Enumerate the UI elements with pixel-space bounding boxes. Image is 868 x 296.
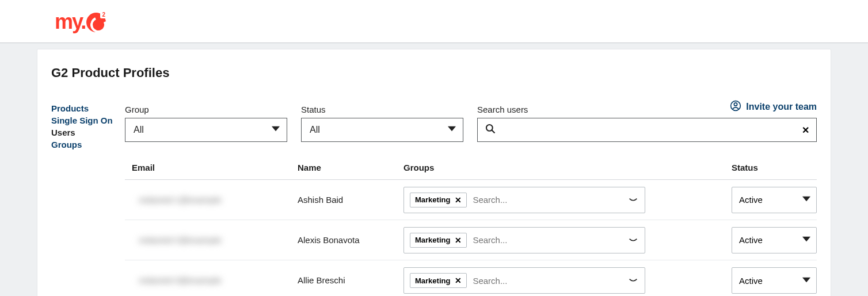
invite-team-link[interactable]: Invite your team bbox=[730, 100, 817, 114]
page-title: G2 Product Profiles bbox=[51, 66, 817, 80]
logo-text: my. bbox=[55, 10, 85, 34]
status-value: Active bbox=[739, 235, 763, 245]
status-filter: Status All bbox=[301, 105, 463, 142]
group-filter: Group All bbox=[125, 105, 287, 142]
group-filter-value: All bbox=[134, 125, 144, 135]
groups-tag-input[interactable]: Marketing ✕ bbox=[403, 187, 645, 213]
group-filter-select[interactable]: All bbox=[125, 118, 287, 142]
groups-tag-input[interactable]: Marketing ✕ bbox=[403, 227, 645, 253]
svg-point-2 bbox=[486, 125, 493, 131]
remove-tag-icon[interactable]: ✕ bbox=[455, 195, 462, 205]
groups-search-input[interactable] bbox=[473, 276, 639, 286]
status-select[interactable]: Active bbox=[732, 267, 817, 294]
status-value: Active bbox=[739, 195, 763, 205]
logo-g2-icon bbox=[86, 9, 106, 31]
logo[interactable]: my. bbox=[55, 9, 106, 34]
chevron-down-icon[interactable] bbox=[629, 235, 638, 245]
status-value: Active bbox=[739, 276, 763, 286]
status-filter-select[interactable]: All bbox=[301, 118, 463, 142]
page: G2 Product Profiles Products Single Sign… bbox=[0, 49, 868, 296]
group-filter-label: Group bbox=[125, 105, 287, 114]
caret-down-icon bbox=[448, 125, 456, 135]
chevron-down-icon[interactable] bbox=[629, 275, 638, 286]
group-tag: Marketing ✕ bbox=[410, 193, 467, 207]
sidebar-item-single-sign-on[interactable]: Single Sign On bbox=[51, 114, 125, 126]
caret-down-icon bbox=[802, 235, 810, 245]
main-panel: Invite your team Group All Status bbox=[125, 102, 817, 296]
cell-email: redacted-1@example bbox=[132, 195, 222, 205]
sidebar-nav: Products Single Sign On Users Groups bbox=[51, 102, 125, 296]
group-tag-label: Marketing bbox=[415, 195, 450, 204]
th-groups: Groups bbox=[403, 163, 732, 172]
status-filter-label: Status bbox=[301, 105, 463, 114]
cell-email: redacted-3@example bbox=[132, 275, 222, 285]
search-users-input[interactable] bbox=[502, 125, 809, 135]
svg-line-3 bbox=[492, 130, 495, 133]
status-filter-value: All bbox=[310, 125, 320, 135]
groups-search-input[interactable] bbox=[473, 195, 639, 205]
cell-name: Ashish Baid bbox=[298, 195, 343, 205]
group-tag-label: Marketing bbox=[415, 276, 450, 285]
table-row: redacted-1@example Ashish Baid Marketing… bbox=[125, 180, 817, 220]
table-row: redacted-2@example Alexis Bonavota Marke… bbox=[125, 220, 817, 260]
group-tag: Marketing ✕ bbox=[410, 233, 467, 248]
search-users-input-wrapper[interactable]: ✕ bbox=[477, 118, 817, 142]
cell-email: redacted-2@example bbox=[132, 235, 222, 245]
sidebar-item-groups[interactable]: Groups bbox=[51, 139, 125, 151]
remove-tag-icon[interactable]: ✕ bbox=[455, 236, 462, 245]
th-email: Email bbox=[125, 163, 298, 172]
user-circle-icon bbox=[730, 100, 741, 114]
groups-tag-input[interactable]: Marketing ✕ bbox=[403, 267, 645, 294]
top-bar: my. bbox=[0, 0, 868, 43]
status-select[interactable]: Active bbox=[732, 187, 817, 213]
filters-row: Group All Status All bbox=[125, 102, 817, 142]
groups-search-input[interactable] bbox=[473, 235, 639, 245]
chevron-down-icon[interactable] bbox=[629, 195, 638, 205]
caret-down-icon bbox=[272, 125, 280, 135]
profiles-card: G2 Product Profiles Products Single Sign… bbox=[37, 49, 831, 296]
table-header: Email Name Groups Status bbox=[125, 157, 817, 180]
th-name: Name bbox=[298, 163, 403, 172]
clear-search-icon[interactable]: ✕ bbox=[802, 125, 809, 136]
th-status: Status bbox=[732, 163, 817, 172]
svg-point-1 bbox=[734, 103, 737, 106]
caret-down-icon bbox=[802, 195, 810, 205]
search-icon bbox=[485, 123, 496, 137]
users-table: Email Name Groups Status redacted-1@exam… bbox=[125, 157, 817, 296]
group-tag-label: Marketing bbox=[415, 236, 450, 244]
caret-down-icon bbox=[802, 276, 810, 286]
remove-tag-icon[interactable]: ✕ bbox=[455, 276, 462, 285]
status-select[interactable]: Active bbox=[732, 227, 817, 253]
sidebar-item-products[interactable]: Products bbox=[51, 102, 125, 114]
group-tag: Marketing ✕ bbox=[410, 273, 467, 288]
invite-team-label: Invite your team bbox=[746, 102, 817, 112]
table-row: redacted-3@example Allie Breschi Marketi… bbox=[125, 260, 817, 296]
cell-name: Allie Breschi bbox=[298, 275, 345, 285]
cell-name: Alexis Bonavota bbox=[298, 235, 360, 245]
sidebar-item-users[interactable]: Users bbox=[51, 126, 125, 139]
